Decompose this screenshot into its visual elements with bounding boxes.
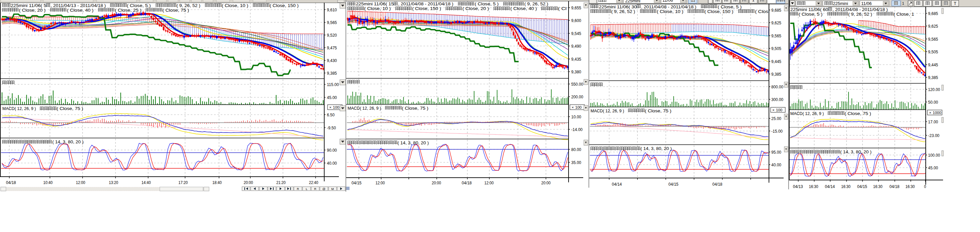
svg-text:×: × <box>772 108 775 112</box>
svg-text:115.00: 115.00 <box>327 82 339 87</box>
svg-text:9,505: 9,505 <box>928 50 938 54</box>
svg-text:( Close, 75 ): ( Close, 75 ) <box>57 106 83 111</box>
svg-text:( Close, 40 ): ( Close, 40 ) <box>67 8 94 13</box>
svg-text:9,625: 9,625 <box>928 24 938 29</box>
svg-text:, 2011/04/08 - 2011/04/18 ): , 2011/04/08 - 2011/04/18 ) <box>832 7 888 12</box>
svg-text:R: R <box>297 187 299 190</box>
svg-text:9,380: 9,380 <box>571 69 581 74</box>
svg-text:( Close, 5 ): ( Close, 5 ) <box>718 4 742 9</box>
svg-text:R: R <box>314 187 317 190</box>
svg-text:9,435: 9,435 <box>571 57 581 62</box>
svg-text:( Close, 75 ): ( Close, 75 ) <box>645 108 671 114</box>
svg-text:( Close, 10 ): ( Close, 10 ) <box>364 6 391 11</box>
svg-text:-14.00: -14.00 <box>571 127 582 132</box>
svg-text:04/18: 04/18 <box>462 181 472 185</box>
svg-text:-9.50: -9.50 <box>327 125 336 130</box>
svg-text:40.00: 40.00 <box>771 162 781 167</box>
svg-text:04/15: 04/15 <box>352 181 361 185</box>
svg-text:( Close, 20 ): ( Close, 20 ) <box>462 6 489 11</box>
svg-text:T: T <box>954 2 956 6</box>
svg-text:6.50: 6.50 <box>327 112 334 117</box>
svg-text:90.00: 90.00 <box>327 148 337 153</box>
svg-text:04/18: 04/18 <box>889 184 899 189</box>
svg-text:04/14: 04/14 <box>612 182 622 187</box>
svg-text:MACD( 12, 26, 9 ): MACD( 12, 26, 9 ) <box>790 111 824 116</box>
svg-text:9,655: 9,655 <box>571 5 581 10</box>
svg-text:( Close, 150 ): ( Close, 150 ) <box>270 3 299 8</box>
svg-text:100: 100 <box>776 108 782 112</box>
svg-text:20:00: 20:00 <box>432 181 441 185</box>
svg-text:, 2011/04/13 - 2011/04/18 ): , 2011/04/13 - 2011/04/18 ) <box>51 3 106 8</box>
svg-text:13:20: 13:20 <box>109 180 118 185</box>
svg-text:9,600: 9,600 <box>571 18 581 23</box>
svg-text:( Close, 150 ): ( Close, 150 ) <box>412 6 441 11</box>
svg-text:9,385: 9,385 <box>327 71 337 76</box>
svg-text:16:30: 16:30 <box>809 184 818 189</box>
svg-text:, 2011/04/08 - 2011/04/18 ): , 2011/04/08 - 2011/04/18 ) <box>641 4 696 9</box>
svg-text:( 9, 26, 52 ): ( 9, 26, 52 ) <box>177 3 200 8</box>
svg-text:225mini 11/06( 15: 225mini 11/06( 15 <box>356 2 394 6</box>
svg-text:04/18: 04/18 <box>6 180 16 185</box>
svg-text:9,565: 9,565 <box>771 34 781 38</box>
svg-text:9,545: 9,545 <box>571 31 581 36</box>
svg-text:( Close, 20 ): ( Close, 20 ) <box>19 8 46 13</box>
svg-text:20:00: 20:00 <box>541 181 550 185</box>
svg-text:( Close, 75 ): ( Close, 75 ) <box>162 8 189 13</box>
svg-text:×: × <box>571 105 574 109</box>
svg-text:45.00: 45.00 <box>928 165 938 170</box>
svg-text:04/15: 04/15 <box>668 182 678 187</box>
svg-text:9,565: 9,565 <box>928 37 938 42</box>
svg-text:( Close, 75 ): ( Close, 75 ) <box>402 106 428 110</box>
svg-text:20:00: 20:00 <box>243 180 253 185</box>
svg-text:22:40: 22:40 <box>309 180 318 185</box>
svg-text:10:40: 10:40 <box>43 180 52 185</box>
svg-text:225mini: 225mini <box>833 1 848 6</box>
svg-text:11/06: 11/06 <box>662 0 673 3</box>
svg-text:9,385: 9,385 <box>928 75 938 80</box>
svg-text:MACD( 12, 26, 9 ): MACD( 12, 26, 9 ) <box>590 108 624 114</box>
svg-text:, 2011/04/08 - 2011/04/18 ): , 2011/04/08 - 2011/04/18 ) <box>398 2 453 6</box>
svg-text:9,610: 9,610 <box>327 7 337 12</box>
svg-text:12:00: 12:00 <box>76 180 85 185</box>
svg-text:1: 1 <box>752 0 755 2</box>
svg-text:16:30: 16:30 <box>873 184 883 189</box>
svg-text:550.00: 550.00 <box>571 82 583 87</box>
svg-text:×: × <box>329 105 332 109</box>
svg-text:17.00: 17.00 <box>928 119 938 124</box>
svg-text:9,385: 9,385 <box>771 72 781 77</box>
svg-text:120.00: 120.00 <box>928 87 940 92</box>
svg-text:25.00: 25.00 <box>771 116 781 121</box>
svg-text:( Cl: ( Cl <box>558 6 566 11</box>
svg-text:17:20: 17:20 <box>178 180 188 185</box>
svg-text:( Close, 5 ): ( Close, 5 ) <box>127 3 151 8</box>
svg-text:( 14, 3, 80, 20 ): ( 14, 3, 80, 20 ) <box>398 140 429 146</box>
svg-text:225mini: 225mini <box>625 0 641 3</box>
svg-text:04/14: 04/14 <box>825 184 835 189</box>
svg-text:( Close, 10 ): ( Close, 10 ) <box>222 3 248 8</box>
svg-text:50.00: 50.00 <box>928 100 938 105</box>
svg-text:( 9, 26, 52 ): ( 9, 26, 52 ) <box>524 2 548 6</box>
svg-text:9,445: 9,445 <box>928 62 938 67</box>
svg-text:9,565: 9,565 <box>327 20 337 25</box>
svg-text:( 14, 3, 80, 20 ): ( 14, 3, 80, 20 ) <box>641 146 672 151</box>
svg-text:04/15: 04/15 <box>857 184 867 189</box>
svg-text:( Close, 10 ): ( Close, 10 ) <box>657 9 683 14</box>
svg-text:( Close, 5 ): ( Close, 5 ) <box>475 2 499 6</box>
svg-text:@: @ <box>322 187 325 190</box>
svg-text:MACD( 12, 26, 9 ): MACD( 12, 26, 9 ) <box>2 106 36 111</box>
svg-text:9,445: 9,445 <box>771 59 781 64</box>
svg-text:9,625: 9,625 <box>771 20 781 25</box>
svg-text:100: 100 <box>575 105 582 109</box>
svg-text:9,505: 9,505 <box>771 46 781 51</box>
svg-text:MACD( 12, 26, 9 ): MACD( 12, 26, 9 ) <box>348 106 381 110</box>
svg-text:9,430: 9,430 <box>327 58 337 63</box>
svg-text:16:30: 16:30 <box>841 184 851 189</box>
svg-text:21:20: 21:20 <box>276 180 286 185</box>
svg-text:9,520: 9,520 <box>327 33 337 38</box>
svg-text:9,475: 9,475 <box>327 45 337 50</box>
svg-text:-23.00: -23.00 <box>928 133 939 138</box>
svg-text:10.00: 10.00 <box>571 114 581 119</box>
svg-text:11/06: 11/06 <box>861 1 872 6</box>
svg-text:9,490: 9,490 <box>571 44 581 49</box>
svg-text:200.00: 200.00 <box>571 94 583 99</box>
